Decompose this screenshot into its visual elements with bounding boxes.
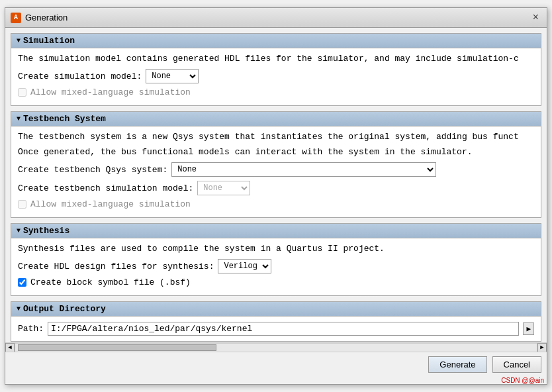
synthesis-hdl-row: Create HDL design files for synthesis: V… <box>18 259 534 273</box>
synthesis-header: ▼ Synthesis <box>11 224 541 238</box>
generate-button[interactable]: Generate <box>428 356 486 373</box>
testbench-sim-label: Create testbench simulation model: <box>18 183 193 193</box>
scroll-left-button[interactable]: ◀ <box>5 343 15 352</box>
path-input[interactable]: I:/FPGA/altera/nios_led/par/qsys/kernel <box>48 322 519 336</box>
testbench-arrow: ▼ <box>17 115 21 122</box>
synthesis-title: Synthesis <box>23 226 69 236</box>
close-button[interactable]: × <box>529 11 541 24</box>
simulation-section: ▼ Simulation The simulation model contai… <box>11 33 541 106</box>
output-arrow: ▼ <box>17 305 21 313</box>
scroll-thumb[interactable] <box>18 344 216 351</box>
path-row: Path: I:/FPGA/altera/nios_led/par/qsys/k… <box>18 322 534 336</box>
simulation-header: ▼ Simulation <box>11 34 541 48</box>
testbench-sim-row: Create testbench simulation model: None <box>18 181 534 195</box>
simulation-arrow: ▼ <box>17 37 21 44</box>
testbench-qsys-label: Create testbench Qsys system: <box>18 165 167 175</box>
cancel-button[interactable]: Cancel <box>492 356 541 373</box>
testbench-header: ▼ Testbench System <box>11 112 541 126</box>
testbench-desc2: Once generated, the bus functional model… <box>18 147 534 157</box>
synthesis-bsf-checkbox[interactable] <box>18 278 26 287</box>
app-icon: A <box>11 13 21 23</box>
simulation-checkbox-row: Allow mixed-language simulation <box>18 87 534 97</box>
output-header: ▼ Output Directory <box>11 302 541 317</box>
path-scroll-right[interactable]: ▶ <box>523 322 534 335</box>
synthesis-hdl-select[interactable]: Verilog <box>218 259 271 273</box>
scroll-track <box>15 343 537 352</box>
title-bar-left: A Generation <box>11 13 68 23</box>
simulation-title: Simulation <box>23 36 75 46</box>
synthesis-bsf-row: Create block symbol file (.bsf) <box>18 277 534 287</box>
dialog-footer: Generate Cancel <box>5 352 547 377</box>
scroll-right-button[interactable]: ▶ <box>537 343 547 352</box>
horizontal-scrollbar[interactable]: ◀ ▶ <box>5 342 547 352</box>
testbench-title: Testbench System <box>23 114 106 124</box>
synthesis-section: ▼ Synthesis Synthesis files are used to … <box>11 223 541 296</box>
dialog-body: ▼ Simulation The simulation model contai… <box>5 28 547 384</box>
simulation-create-label: Create simulation model: <box>18 72 142 81</box>
testbench-body: The testbench system is a new Qsys syste… <box>11 126 541 217</box>
watermark: CSDN @@ain <box>5 377 547 384</box>
simulation-create-row: Create simulation model: None <box>18 69 534 83</box>
simulation-mixed-checkbox[interactable] <box>18 88 26 97</box>
synthesis-arrow: ▼ <box>17 227 21 234</box>
testbench-checkbox-row: Allow mixed-language simulation <box>18 199 534 209</box>
testbench-qsys-row: Create testbench Qsys system: None <box>18 162 534 177</box>
simulation-mixed-label: Allow mixed-language simulation <box>30 87 191 97</box>
testbench-qsys-select[interactable]: None <box>171 162 436 177</box>
output-section: ▼ Output Directory Path: I:/FPGA/altera/… <box>11 301 541 342</box>
testbench-desc1: The testbench system is a new Qsys syste… <box>18 132 534 142</box>
synthesis-hdl-label: Create HDL design files for synthesis: <box>18 262 214 271</box>
testbench-section: ▼ Testbench System The testbench system … <box>11 111 541 218</box>
output-body: Path: I:/FPGA/altera/nios_led/par/qsys/k… <box>11 317 541 341</box>
title-bar: A Generation × <box>5 8 547 28</box>
simulation-create-select[interactable]: None <box>146 69 199 83</box>
synthesis-bsf-label: Create block symbol file (.bsf) <box>30 277 191 287</box>
path-label: Path: <box>18 324 44 334</box>
synthesis-body: Synthesis files are used to compile the … <box>11 238 541 295</box>
generation-dialog: A Generation × ▼ Simulation The simulati… <box>5 7 547 385</box>
testbench-sim-select[interactable]: None <box>197 181 250 195</box>
scroll-area[interactable]: ▼ Simulation The simulation model contai… <box>5 28 547 342</box>
synthesis-desc: Synthesis files are used to compile the … <box>18 244 534 254</box>
testbench-mixed-checkbox[interactable] <box>18 200 26 209</box>
simulation-body: The simulation model contains generated … <box>11 48 541 105</box>
window-title: Generation <box>25 13 68 23</box>
testbench-mixed-label: Allow mixed-language simulation <box>30 199 191 209</box>
simulation-desc: The simulation model contains generated … <box>18 54 534 64</box>
output-title: Output Directory <box>23 304 106 314</box>
